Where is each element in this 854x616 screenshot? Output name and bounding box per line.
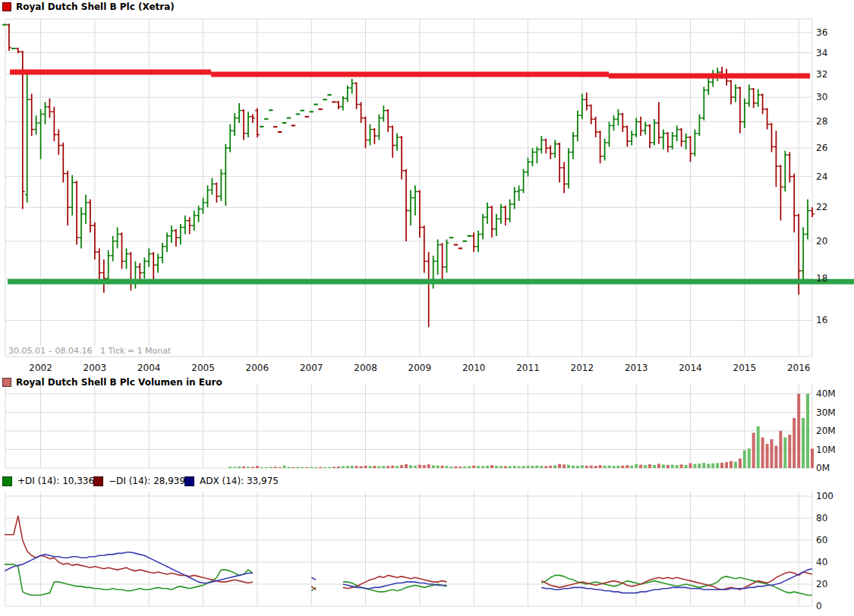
price-series-icon xyxy=(2,2,11,11)
svg-text:18: 18 xyxy=(816,273,827,284)
volume-plot-area[interactable] xyxy=(5,383,812,468)
svg-text:2004: 2004 xyxy=(137,363,161,373)
svg-text:2005: 2005 xyxy=(191,363,215,373)
svg-text:28: 28 xyxy=(816,116,827,127)
svg-text:2012: 2012 xyxy=(571,363,594,373)
svg-text:30: 30 xyxy=(816,92,827,102)
volume-panel-title: Royal Dutch Shell B Plc Volumen in Euro xyxy=(16,377,222,388)
svg-text:32: 32 xyxy=(816,69,827,80)
dmi-plot-area[interactable] xyxy=(5,492,812,606)
svg-text:22: 22 xyxy=(816,202,827,212)
svg-text:2007: 2007 xyxy=(300,363,323,373)
svg-text:0M: 0M xyxy=(816,463,830,473)
legend-item-minus-di: −DI (14): 28,939 xyxy=(93,476,185,486)
svg-text:2006: 2006 xyxy=(246,363,269,373)
svg-text:24: 24 xyxy=(816,171,827,182)
plus-di-swatch-icon xyxy=(2,476,12,486)
adx-swatch-icon xyxy=(184,476,194,486)
volume-series-icon xyxy=(2,378,11,387)
chart-canvas: 2002200320042005200620072008200920102011… xyxy=(0,0,854,616)
svg-text:2009: 2009 xyxy=(408,363,432,373)
svg-text:16: 16 xyxy=(816,315,827,325)
svg-text:100: 100 xyxy=(816,491,834,501)
minus-di-label: −DI (14): 28,939 xyxy=(109,476,185,486)
svg-text:36: 36 xyxy=(816,27,827,38)
legend-item-plus-di: +DI (14): 10,336 xyxy=(2,476,94,486)
price-plot-area[interactable] xyxy=(5,19,812,357)
svg-text:0: 0 xyxy=(816,601,822,611)
svg-text:2003: 2003 xyxy=(84,363,107,373)
svg-text:40: 40 xyxy=(816,557,827,567)
svg-text:30M: 30M xyxy=(816,407,836,418)
legend-item-adx: ADX (14): 33,975 xyxy=(184,476,279,486)
svg-text:2014: 2014 xyxy=(679,363,702,373)
plus-di-label: +DI (14): 10,336 xyxy=(17,476,94,486)
minus-di-swatch-icon xyxy=(93,476,103,486)
svg-text:2002: 2002 xyxy=(29,363,52,373)
svg-text:20M: 20M xyxy=(816,426,836,436)
adx-label: ADX (14): 33,975 xyxy=(200,476,279,486)
volume-panel-header: Royal Dutch Shell B Plc Volumen in Euro xyxy=(2,377,222,388)
chart-application: 2002200320042005200620072008200920102011… xyxy=(0,0,854,616)
svg-text:60: 60 xyxy=(816,535,827,545)
price-panel-title: Royal Dutch Shell B Plc (Xetra) xyxy=(16,2,175,12)
svg-text:80: 80 xyxy=(816,513,827,523)
svg-text:20: 20 xyxy=(816,236,827,247)
svg-text:20: 20 xyxy=(816,579,827,589)
svg-text:2008: 2008 xyxy=(354,363,377,373)
svg-text:34: 34 xyxy=(816,48,827,58)
svg-text:2013: 2013 xyxy=(625,363,648,373)
date-range-info: 30.05.01 – 08.04.16 1 Tick = 1 Monat xyxy=(6,346,173,356)
svg-text:2011: 2011 xyxy=(516,363,540,373)
svg-text:10M: 10M xyxy=(816,445,836,455)
svg-text:26: 26 xyxy=(816,143,827,153)
svg-text:2016: 2016 xyxy=(787,363,811,373)
svg-text:2015: 2015 xyxy=(733,363,757,373)
svg-text:40M: 40M xyxy=(816,388,836,399)
svg-text:2010: 2010 xyxy=(462,363,486,373)
price-panel-header: Royal Dutch Shell B Plc (Xetra) xyxy=(2,2,175,12)
